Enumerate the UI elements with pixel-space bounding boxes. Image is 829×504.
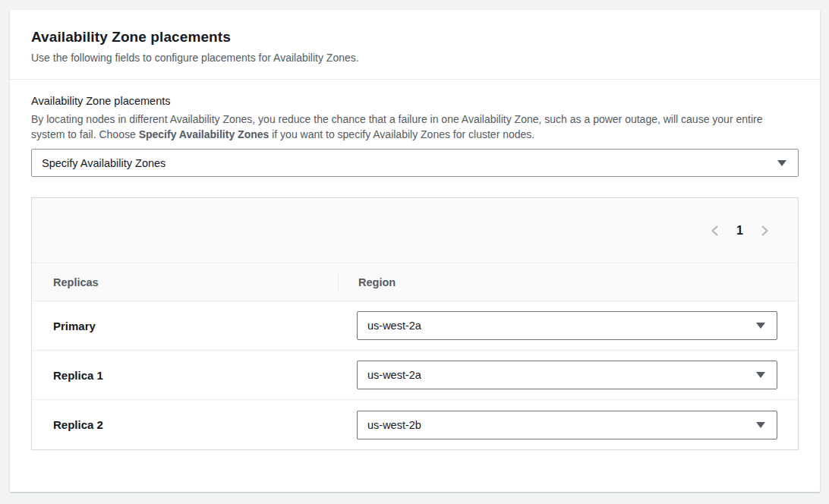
chevron-right-icon [758, 225, 771, 237]
table-header-row: Replicas Region [32, 263, 798, 301]
table-row-replica-2: Replica 2 us-west-2b [32, 400, 798, 449]
region-select-value: us-west-2a [367, 320, 421, 332]
caret-down-icon [777, 160, 786, 166]
description-bold: Specify Availability Zones [139, 128, 270, 140]
description-text-2: if you want to specify Availabily Zones … [269, 128, 534, 140]
table-row-replica-1: Replica 1 us-west-2a [32, 351, 798, 400]
chevron-left-icon [709, 225, 721, 237]
caret-down-icon [756, 422, 765, 428]
column-header-replicas: Replicas [32, 276, 338, 288]
az-mode-select-value: Specify Availability Zones [42, 157, 165, 169]
table-row-primary: Primary us-west-2a [32, 301, 798, 351]
next-page-button[interactable] [755, 222, 774, 240]
page-title: Availability Zone placements [31, 29, 799, 46]
region-select-primary[interactable]: us-west-2a [357, 311, 777, 340]
region-select-value: us-west-2b [367, 419, 421, 431]
column-header-region: Region [338, 276, 798, 288]
previous-page-button[interactable] [706, 222, 724, 240]
region-cell: us-west-2a [338, 361, 798, 389]
caret-down-icon [756, 372, 765, 378]
replica-label: Primary [32, 320, 338, 332]
caret-down-icon [756, 323, 765, 329]
availability-zone-placements-panel: Availability Zone placements Use the fol… [10, 10, 820, 492]
az-placement-section: Availability Zone placements By locating… [10, 80, 820, 177]
replica-placement-table: 1 Replicas Region Primary us-west-2a [31, 197, 799, 450]
panel-header: Availability Zone placements Use the fol… [10, 10, 820, 79]
region-select-replica-2[interactable]: us-west-2b [357, 411, 777, 439]
table-toolbar: 1 [32, 198, 798, 263]
replica-label: Replica 1 [32, 369, 338, 382]
page-subtitle: Use the following fields to configure pl… [31, 52, 799, 64]
region-cell: us-west-2b [338, 411, 798, 439]
pagination: 1 [706, 222, 774, 240]
region-cell: us-west-2a [338, 311, 798, 340]
region-select-replica-1[interactable]: us-west-2a [357, 361, 777, 389]
replica-label: Replica 2 [32, 418, 338, 431]
az-field-description: By locating nodes in different Availabil… [31, 112, 799, 142]
az-field-label: Availability Zone placements [31, 95, 799, 107]
region-select-value: us-west-2a [367, 369, 421, 381]
current-page-number: 1 [735, 224, 745, 238]
az-mode-select[interactable]: Specify Availability Zones [31, 149, 799, 177]
